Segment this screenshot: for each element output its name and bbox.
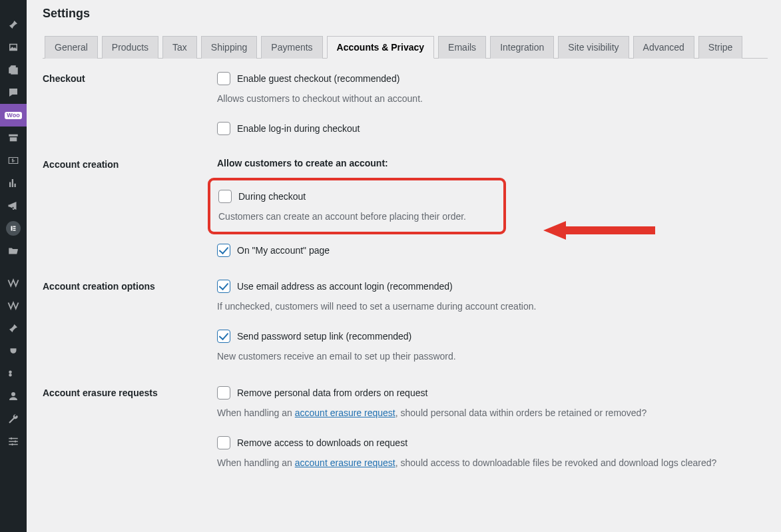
checkbox-email-login[interactable] bbox=[217, 280, 230, 293]
desc-remove-downloads: When handling an account erasure request… bbox=[217, 456, 768, 470]
account-creation-heading: Account creation bbox=[43, 158, 217, 170]
plug-icon[interactable] bbox=[0, 340, 27, 362]
pages-icon[interactable] bbox=[0, 59, 27, 81]
analytics-icon[interactable] bbox=[0, 172, 27, 194]
marketing-icon[interactable] bbox=[0, 194, 27, 217]
desc-pw-link: New customers receive an email to set up… bbox=[217, 350, 768, 364]
row-checkout: Checkout Enable guest checkout (recommen… bbox=[43, 72, 768, 135]
row-account-options: Account creation options Use email addre… bbox=[43, 280, 768, 364]
woo-badge: Woo bbox=[5, 112, 21, 119]
desc-email-login: If unchecked, customers will need to set… bbox=[217, 300, 768, 314]
checkbox-guest-checkout[interactable] bbox=[217, 72, 230, 85]
row-erasure: Account erasure requests Remove personal… bbox=[43, 386, 768, 470]
tab-site-visibility[interactable]: Site visibility bbox=[558, 36, 629, 59]
desc-remove-orders: When handling an account erasure request… bbox=[217, 406, 768, 420]
tab-general[interactable]: General bbox=[45, 36, 98, 59]
row-account-creation: Account creation Allow customers to crea… bbox=[43, 158, 768, 257]
label-pw-link: Send password setup link (recommended) bbox=[237, 331, 411, 342]
tab-emails[interactable]: Emails bbox=[438, 36, 486, 59]
comments-icon[interactable] bbox=[0, 81, 27, 104]
content-area: Settings General Products Tax Shipping P… bbox=[27, 0, 781, 532]
settings-slider-icon[interactable] bbox=[0, 430, 27, 453]
label-remove-downloads: Remove access to downloads on request bbox=[237, 437, 407, 448]
tab-products[interactable]: Products bbox=[102, 36, 158, 59]
tab-shipping[interactable]: Shipping bbox=[201, 36, 258, 59]
payments-icon[interactable] bbox=[0, 149, 27, 172]
checkout-heading: Checkout bbox=[43, 72, 217, 84]
settings-tabs: General Products Tax Shipping Payments A… bbox=[43, 35, 768, 59]
link-erasure-request-2[interactable]: account erasure request bbox=[295, 457, 395, 468]
elementor-icon[interactable] bbox=[6, 221, 21, 236]
erasure-heading: Account erasure requests bbox=[43, 386, 217, 398]
tab-accounts-privacy[interactable]: Accounts & Privacy bbox=[327, 36, 435, 59]
account-options-heading: Account creation options bbox=[43, 280, 217, 292]
tab-stripe[interactable]: Stripe bbox=[698, 36, 743, 59]
pin-icon[interactable] bbox=[0, 13, 27, 36]
highlight-box: During checkout Customers can create an … bbox=[208, 178, 506, 234]
desc-remove-downloads-pre: When handling an bbox=[217, 457, 295, 468]
folder-open-icon[interactable] bbox=[0, 240, 27, 262]
wordlift-alt-icon[interactable] bbox=[0, 294, 27, 317]
desc-remove-downloads-post: , should access to downloadable files be… bbox=[395, 457, 717, 468]
checkbox-remove-orders[interactable] bbox=[217, 386, 230, 399]
page-title: Settings bbox=[43, 7, 768, 21]
admin-sidebar: Woo bbox=[0, 0, 27, 532]
desc-guest-checkout: Allows customers to checkout without an … bbox=[217, 92, 768, 106]
label-remove-orders: Remove personal data from orders on requ… bbox=[237, 388, 427, 398]
image-icon[interactable] bbox=[0, 36, 27, 59]
label-email-login: Use email address as account login (reco… bbox=[237, 281, 453, 292]
label-my-account-page: On "My account" page bbox=[237, 245, 330, 256]
desc-remove-orders-pre: When handling an bbox=[217, 407, 295, 418]
checkbox-remove-downloads[interactable] bbox=[217, 436, 230, 449]
label-login-checkout: Enable log-in during checkout bbox=[237, 123, 360, 134]
tools-icon[interactable] bbox=[0, 407, 27, 430]
archive-icon[interactable] bbox=[0, 127, 27, 149]
wordlift-icon[interactable] bbox=[0, 272, 27, 294]
checkbox-pw-link[interactable] bbox=[217, 330, 230, 343]
tab-advanced[interactable]: Advanced bbox=[633, 36, 694, 59]
link-erasure-request-1[interactable]: account erasure request bbox=[295, 407, 395, 418]
pin-alt-icon[interactable] bbox=[0, 317, 27, 340]
checkbox-during-checkout[interactable] bbox=[218, 190, 232, 203]
desc-remove-orders-post: , should personal data within orders be … bbox=[395, 407, 647, 418]
desc-during-checkout: Customers can create an account before p… bbox=[218, 210, 495, 224]
account-creation-legend: Allow customers to create an account: bbox=[217, 158, 768, 168]
label-during-checkout: During checkout bbox=[238, 191, 306, 202]
label-guest-checkout: Enable guest checkout (recommended) bbox=[237, 73, 399, 84]
tab-integration[interactable]: Integration bbox=[490, 36, 554, 59]
user-icon[interactable] bbox=[0, 385, 27, 407]
tab-tax[interactable]: Tax bbox=[162, 36, 197, 59]
checkbox-my-account-page[interactable] bbox=[217, 244, 230, 257]
cut-icon[interactable] bbox=[0, 362, 27, 385]
woocommerce-icon[interactable]: Woo bbox=[0, 104, 27, 127]
checkbox-login-checkout[interactable] bbox=[217, 122, 230, 135]
tab-payments[interactable]: Payments bbox=[261, 36, 322, 59]
